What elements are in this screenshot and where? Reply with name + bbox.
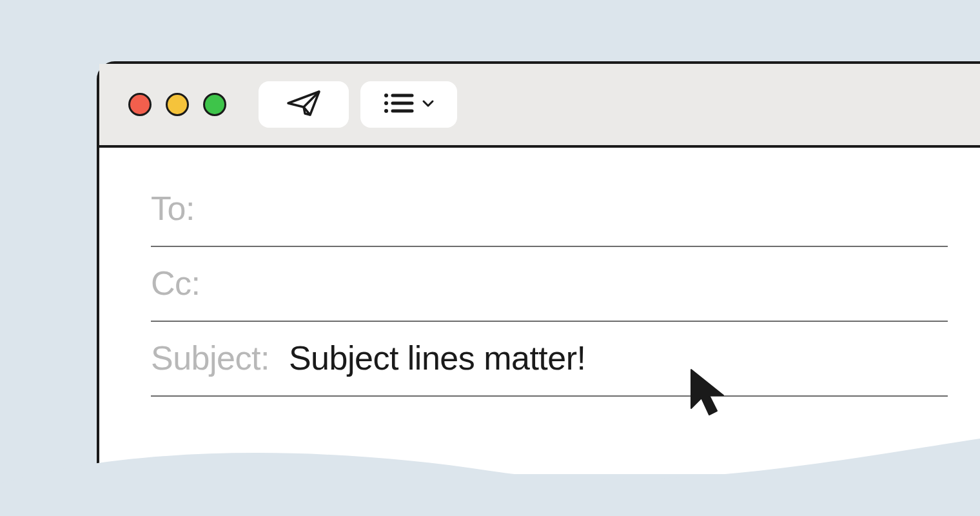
close-button[interactable] xyxy=(128,93,152,116)
traffic-lights xyxy=(128,93,226,116)
svg-point-4 xyxy=(384,109,388,113)
svg-point-0 xyxy=(384,94,388,97)
paper-airplane-icon xyxy=(284,84,323,125)
titlebar xyxy=(99,64,980,148)
svg-point-2 xyxy=(384,101,388,105)
cc-label: Cc: xyxy=(151,264,201,303)
to-field-row[interactable]: To: xyxy=(151,172,948,247)
subject-label: Subject: xyxy=(151,339,270,377)
subject-value[interactable]: Subject lines matter! xyxy=(289,339,948,377)
compose-body: To: Cc: Subject: Subject lines matter! xyxy=(99,148,980,474)
list-dropdown-button[interactable] xyxy=(360,81,457,128)
to-label: To: xyxy=(151,189,195,228)
list-icon xyxy=(382,90,415,119)
chevron-down-icon xyxy=(421,96,435,113)
subject-field-row[interactable]: Subject: Subject lines matter! xyxy=(151,322,948,397)
send-button[interactable] xyxy=(259,81,349,128)
compose-window: To: Cc: Subject: Subject lines matter! xyxy=(97,61,980,474)
minimize-button[interactable] xyxy=(166,93,189,116)
cc-field-row[interactable]: Cc: xyxy=(151,247,948,322)
zoom-button[interactable] xyxy=(203,93,226,116)
